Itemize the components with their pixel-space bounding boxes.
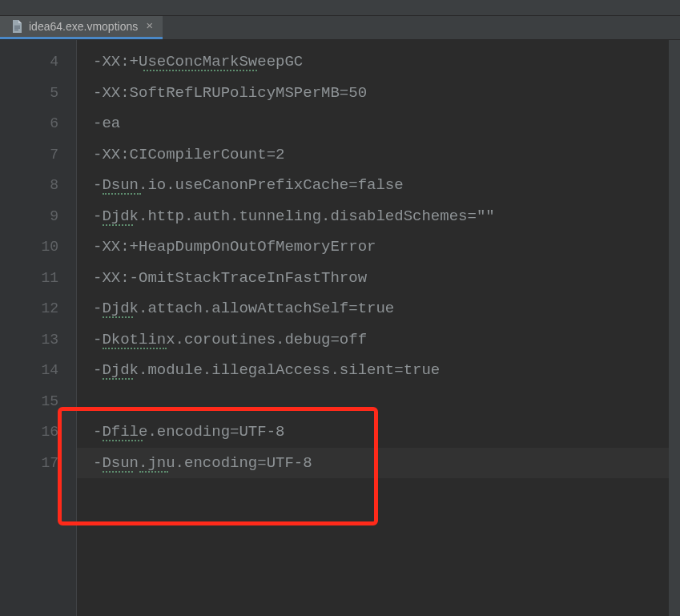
file-icon bbox=[11, 20, 22, 33]
svg-rect-2 bbox=[14, 30, 18, 30]
tab-filename: idea64.exe.vmoptions bbox=[29, 20, 138, 33]
code-line[interactable]: -Dfile.encoding=UTF-8 bbox=[77, 417, 680, 448]
code-line[interactable]: -XX:CICompilerCount=2 bbox=[77, 139, 680, 171]
code-line[interactable] bbox=[77, 386, 680, 417]
editor-tab-bar: idea64.exe.vmoptions × bbox=[0, 16, 680, 40]
file-tab[interactable]: idea64.exe.vmoptions × bbox=[0, 16, 163, 39]
svg-rect-1 bbox=[14, 27, 20, 28]
line-number: 14 bbox=[0, 355, 76, 386]
code-area[interactable]: -XX:+UseConcMarkSweepGC-XX:SoftRefLRUPol… bbox=[77, 40, 680, 616]
code-line[interactable]: -Dsun.jnu.encoding=UTF-8 bbox=[77, 448, 680, 479]
line-number: 8 bbox=[0, 170, 76, 201]
code-line[interactable]: -Dsun.io.useCanonPrefixCache=false bbox=[77, 170, 680, 201]
line-number: 4 bbox=[0, 46, 76, 78]
close-icon[interactable]: × bbox=[144, 21, 155, 33]
code-line[interactable]: -Dkotlinx.coroutines.debug=off bbox=[77, 324, 680, 356]
line-number: 9 bbox=[0, 201, 76, 232]
line-number: 7 bbox=[0, 139, 76, 171]
line-number: 5 bbox=[0, 78, 76, 109]
line-number: 13 bbox=[0, 324, 76, 356]
line-number: 15 bbox=[0, 386, 76, 417]
line-number: 10 bbox=[0, 232, 76, 263]
code-line[interactable]: -XX:-OmitStackTraceInFastThrow bbox=[77, 263, 680, 294]
code-line[interactable]: -ea bbox=[77, 108, 680, 139]
line-number: 11 bbox=[0, 263, 76, 294]
code-line[interactable]: -Djdk.http.auth.tunneling.disabledScheme… bbox=[77, 201, 680, 232]
line-gutter: 4567891011121314151617 bbox=[0, 40, 77, 616]
svg-rect-0 bbox=[14, 26, 20, 26]
scrollbar[interactable] bbox=[669, 40, 680, 616]
code-line[interactable]: -Djdk.module.illegalAccess.silent=true bbox=[77, 355, 680, 386]
line-number: 12 bbox=[0, 293, 76, 324]
editor-area: 4567891011121314151617 -XX:+UseConcMarkS… bbox=[0, 40, 680, 616]
line-number: 17 bbox=[0, 448, 76, 479]
title-bar bbox=[0, 0, 680, 16]
code-line[interactable]: -Djdk.attach.allowAttachSelf=true bbox=[77, 293, 680, 324]
code-line[interactable]: -XX:SoftRefLRUPolicyMSPerMB=50 bbox=[77, 78, 680, 109]
code-line[interactable]: -XX:+UseConcMarkSweepGC bbox=[77, 46, 680, 78]
code-line[interactable]: -XX:+HeapDumpOnOutOfMemoryError bbox=[77, 232, 680, 263]
line-number: 16 bbox=[0, 417, 76, 448]
line-number: 6 bbox=[0, 108, 76, 139]
